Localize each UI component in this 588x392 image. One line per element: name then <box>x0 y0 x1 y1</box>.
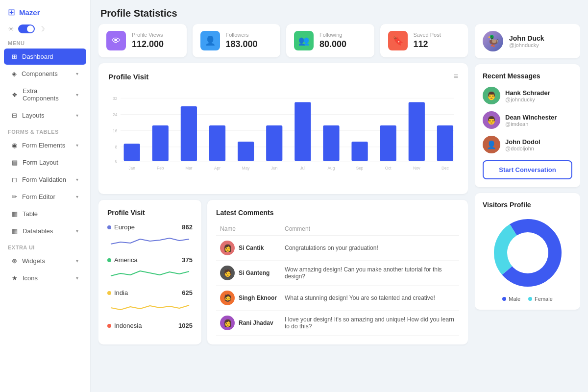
india-dot <box>107 291 111 295</box>
forms-tables-label: Forms & Tables <box>0 124 90 137</box>
recent-messages-card: Recent Messages 👨 Hank Schrader @johnduc… <box>475 64 580 187</box>
start-conversation-button[interactable]: Start Conversation <box>483 160 572 179</box>
message-item-2[interactable]: 👤 John Dodol @dodoljohn <box>483 136 572 153</box>
followers-label: Followers <box>226 32 258 38</box>
msg-avatar-2: 👤 <box>483 136 500 153</box>
male-dot <box>502 297 506 301</box>
svg-text:May: May <box>242 166 250 171</box>
svg-text:24: 24 <box>113 112 118 117</box>
comment-name-2: Singh Eknoor <box>239 294 277 301</box>
india-sparkline <box>107 299 193 314</box>
visitors-title: Visitors Profile <box>483 201 572 209</box>
region-indonesia: Indonesia 1025 <box>107 322 193 329</box>
chevron-down-icon-8: ▾ <box>76 258 78 264</box>
following-value: 80.000 <box>319 39 346 49</box>
europe-value: 862 <box>182 223 193 231</box>
comment-user-3: 👩 Rani Jhadav <box>220 316 277 330</box>
followers-value: 183.000 <box>226 39 258 49</box>
comment-avatar-1: 🧑 <box>220 266 235 280</box>
sidebar-item-form-validation[interactable]: ◻ Form Validation ▾ <box>4 172 86 188</box>
comment-name-1: Si Ganteng <box>239 270 270 276</box>
msg-name-1: Dean Winchester <box>505 114 557 121</box>
chevron-down-icon-4: ▾ <box>76 143 78 148</box>
page-header: Profile Statistics <box>91 0 588 24</box>
avatar: 🦆 <box>483 31 503 51</box>
comment-avatar-0: 👩 <box>220 241 235 255</box>
female-dot <box>528 297 532 301</box>
chart-menu-icon[interactable]: ≡ <box>454 72 458 81</box>
sidebar-item-layouts[interactable]: ⊟ Layouts ▾ <box>4 107 86 123</box>
saved-post-label: Saved Post <box>414 32 441 38</box>
logo-icon: ⊞ <box>8 7 15 18</box>
message-item-0[interactable]: 👨 Hank Schrader @johnducky <box>483 87 572 104</box>
sidebar-item-table[interactable]: ▦ Table <box>4 206 86 222</box>
svg-rect-17 <box>323 125 339 161</box>
sidebar-label-form-editor: Form Editor <box>22 193 55 200</box>
svg-rect-19 <box>380 125 396 161</box>
indonesia-dot <box>107 324 111 328</box>
followers-info: Followers 183.000 <box>226 32 258 49</box>
indonesia-label: Indonesia <box>114 322 142 329</box>
message-item-1[interactable]: 👨 Dean Winchester @imdean <box>483 111 572 129</box>
dashboard-icon: ⊞ <box>12 53 17 60</box>
logo[interactable]: ⊞ Mazer <box>0 5 90 24</box>
svg-rect-21 <box>437 125 453 161</box>
visitors-card: Visitors Profile 30.0% 70.0% <box>475 193 580 310</box>
saved-post-icon: 🔖 <box>388 31 408 50</box>
svg-text:Jun: Jun <box>271 166 278 171</box>
india-label: India <box>114 289 128 296</box>
america-sparkline <box>107 266 193 281</box>
svg-rect-11 <box>152 125 169 161</box>
profile-header-card: 🦆 John Duck @johnducky <box>475 24 580 58</box>
sidebar-item-form-elements[interactable]: ◉ Form Elements ▾ <box>4 137 86 153</box>
sidebar-label-icons: Icons <box>23 274 38 282</box>
svg-text:Jan: Jan <box>128 166 135 171</box>
stat-card-following: 👥 Following 80.000 <box>286 24 374 57</box>
svg-text:Jul: Jul <box>300 166 306 171</box>
sidebar-item-dashboard[interactable]: ⊞ Dashboard <box>4 49 86 65</box>
sidebar-item-icons[interactable]: ★ Icons ▾ <box>4 270 86 286</box>
comment-text-2: What a stunning design! You are so talen… <box>281 286 459 311</box>
col-name: Name <box>216 222 281 236</box>
moon-icon: ☽ <box>39 25 45 33</box>
region-europe: Europe 862 <box>107 223 193 249</box>
msg-handle-2: @dodoljohn <box>505 146 540 151</box>
comment-text-3: I love your design! It's so amazing and … <box>281 311 459 336</box>
theme-toggle[interactable] <box>18 24 35 33</box>
profile-views-icon: 👁 <box>106 31 126 50</box>
svg-text:Aug: Aug <box>328 166 335 171</box>
sidebar-item-components[interactable]: ◈ Components ▾ <box>4 66 86 82</box>
male-label: Male <box>509 296 520 302</box>
followers-icon: 👤 <box>200 31 220 50</box>
icons-icon: ★ <box>12 274 18 282</box>
msg-handle-1: @imdean <box>505 121 557 127</box>
stat-card-profile-views: 👁 Profile Views 112.000 <box>98 24 187 57</box>
chevron-down-icon-9: ▾ <box>76 275 78 281</box>
form-elements-icon: ◉ <box>12 142 17 149</box>
sidebar-item-extra-components[interactable]: ❖ Extra Components ▾ <box>4 83 86 106</box>
bar-chart: 32 24 16 8 0 <box>108 86 458 185</box>
sidebar-item-datatables[interactable]: ▦ Datatables ▾ <box>4 223 86 239</box>
profile-name: John Duck <box>509 34 544 42</box>
msg-name-2: John Dodol <box>505 138 540 146</box>
profile-visit-card: Profile Visit Europe 862 <box>98 200 201 344</box>
sidebar-label-form-elements: Form Elements <box>22 142 65 149</box>
sidebar-item-form-layout[interactable]: ▤ Form Layout <box>4 154 86 171</box>
sidebar-item-widgets[interactable]: ⊛ Widgets ▾ <box>4 253 86 269</box>
region-america: America 375 <box>107 256 193 282</box>
following-icon: 👥 <box>294 31 314 50</box>
table-row: 👩 Rani Jhadav I love your design! It's s… <box>216 311 459 336</box>
extra-ui-label: Extra UI <box>0 240 90 252</box>
bottom-row: Profile Visit Europe 862 <box>98 200 468 344</box>
europe-dot <box>107 225 111 229</box>
comments-title: Latest Comments <box>216 209 459 217</box>
svg-rect-20 <box>409 102 425 161</box>
comment-avatar-3: 👩 <box>220 316 235 330</box>
bar-chart-card: Profile Visit ≡ 32 24 16 <box>98 63 468 194</box>
right-panel: 🦆 John Duck @johnducky Recent Messages 👨… <box>475 24 580 384</box>
sidebar-item-form-editor[interactable]: ✏ Form Editor ▾ <box>4 189 86 205</box>
bar-chart-svg: 32 24 16 8 0 <box>108 86 458 184</box>
india-value: 625 <box>182 289 193 296</box>
donut-chart: 30.0% 70.0% <box>483 214 572 292</box>
svg-text:30.0%: 30.0% <box>516 251 529 256</box>
